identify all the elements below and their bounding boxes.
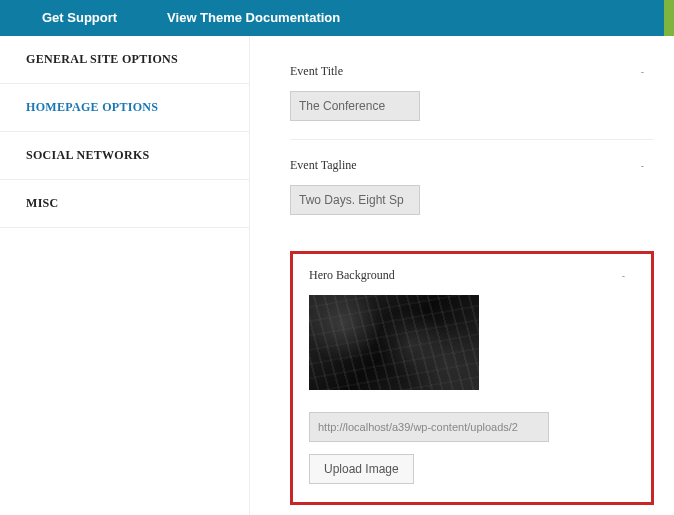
field-event-title: Event Title -: [290, 64, 654, 140]
hero-bg-url-input[interactable]: [309, 412, 549, 442]
event-title-input[interactable]: [290, 91, 420, 121]
sidebar-item-social[interactable]: SOCIAL NETWORKS: [0, 132, 249, 180]
main-area: GENERAL SITE OPTIONS HOMEPAGE OPTIONS SO…: [0, 36, 674, 515]
event-tagline-input[interactable]: [290, 185, 420, 215]
sidebar-item-general[interactable]: GENERAL SITE OPTIONS: [0, 36, 249, 84]
collapse-icon[interactable]: -: [641, 66, 654, 77]
upload-image-button[interactable]: Upload Image: [309, 454, 414, 484]
get-support-link[interactable]: Get Support: [0, 0, 137, 36]
view-docs-link[interactable]: View Theme Documentation: [137, 0, 360, 36]
event-tagline-label: Event Tagline: [290, 158, 357, 173]
content-panel: Event Title - Event Tagline - Hero Backg…: [250, 36, 674, 515]
sidebar: GENERAL SITE OPTIONS HOMEPAGE OPTIONS SO…: [0, 36, 250, 515]
field-event-tagline: Event Tagline -: [290, 158, 654, 233]
hero-bg-label: Hero Background: [309, 268, 395, 283]
accent-edge: [664, 0, 674, 36]
hero-bg-preview[interactable]: [309, 295, 479, 390]
sidebar-item-misc[interactable]: MISC: [0, 180, 249, 228]
hero-background-section: Hero Background - Upload Image: [290, 251, 654, 505]
sidebar-item-homepage[interactable]: HOMEPAGE OPTIONS: [0, 84, 249, 132]
collapse-icon[interactable]: -: [641, 160, 654, 171]
top-bar: Get Support View Theme Documentation: [0, 0, 674, 36]
collapse-icon[interactable]: -: [622, 270, 635, 281]
event-title-label: Event Title: [290, 64, 343, 79]
